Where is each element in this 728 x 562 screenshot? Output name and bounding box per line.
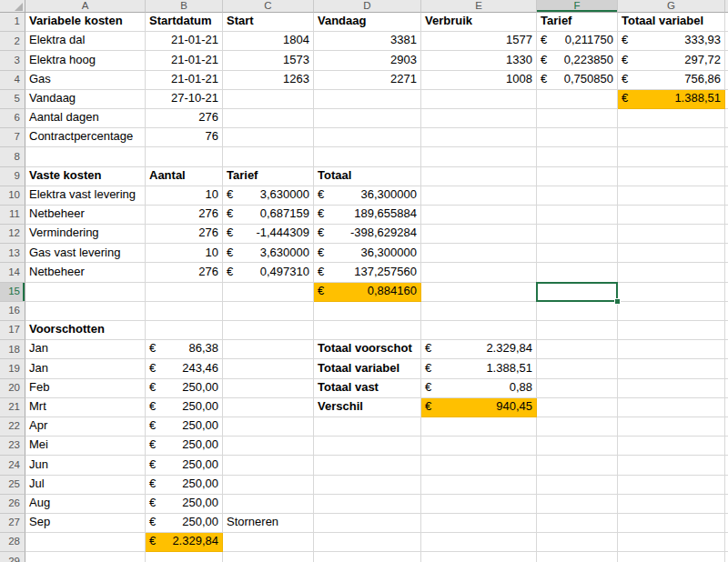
- row-header-11[interactable]: 11: [0, 206, 25, 225]
- fill-handle[interactable]: [614, 298, 621, 305]
- cell-E13[interactable]: [421, 244, 537, 263]
- row-header-15[interactable]: 15: [0, 283, 25, 302]
- cell-A26[interactable]: Aug: [25, 495, 146, 514]
- cell-E29[interactable]: [421, 552, 537, 562]
- cell-F29[interactable]: [537, 552, 618, 562]
- cell-G22[interactable]: [618, 417, 725, 437]
- cell-A28[interactable]: [25, 533, 146, 552]
- cell-F9[interactable]: [537, 167, 618, 186]
- cell-F8[interactable]: [537, 147, 618, 166]
- cell-G15[interactable]: [618, 283, 725, 302]
- cell-A17[interactable]: Voorschotten: [25, 321, 146, 340]
- cell-D3[interactable]: 2903: [314, 51, 421, 70]
- cell-D22[interactable]: [314, 417, 421, 437]
- cell-B27[interactable]: €250,00: [146, 514, 223, 533]
- cell-C20[interactable]: [223, 379, 314, 398]
- cell-F24[interactable]: [537, 456, 618, 475]
- cell-E22[interactable]: [421, 417, 537, 437]
- row-header-26[interactable]: 26: [0, 495, 25, 514]
- row-header-14[interactable]: 14: [0, 263, 25, 282]
- cell-D13[interactable]: €36,300000: [314, 244, 421, 263]
- cell-C28[interactable]: [223, 533, 314, 552]
- cell-D24[interactable]: [314, 456, 421, 475]
- row-header-8[interactable]: 8: [0, 147, 25, 166]
- cell-G16[interactable]: [618, 302, 725, 321]
- column-header-D[interactable]: D: [314, 0, 421, 13]
- cell-E17[interactable]: [421, 321, 537, 340]
- cell-A5[interactable]: Vandaag: [25, 90, 146, 109]
- cell-E18[interactable]: €2.329,84: [421, 340, 537, 359]
- cell-C14[interactable]: €0,497310: [223, 263, 314, 282]
- cell-E7[interactable]: [421, 128, 537, 147]
- cell-F18[interactable]: [537, 340, 618, 359]
- cell-C11[interactable]: €0,687159: [223, 206, 314, 225]
- cell-D12[interactable]: €-398,629284: [314, 225, 421, 244]
- cell-F5[interactable]: [537, 90, 618, 109]
- cell-C5[interactable]: [223, 90, 314, 109]
- cell-G18[interactable]: [618, 340, 725, 359]
- cell-B17[interactable]: [146, 321, 223, 340]
- cell-A1[interactable]: Variabele kosten: [25, 13, 146, 32]
- cell-D11[interactable]: €189,655884: [314, 206, 421, 225]
- row-header-10[interactable]: 10: [0, 186, 25, 206]
- cell-C29[interactable]: [223, 552, 314, 562]
- cell-A18[interactable]: Jan: [25, 340, 146, 359]
- cell-D28[interactable]: [314, 533, 421, 552]
- cell-B7[interactable]: 76: [146, 128, 223, 147]
- cell-G24[interactable]: [618, 456, 725, 475]
- cell-B9[interactable]: Aantal: [146, 167, 223, 186]
- cell-A2[interactable]: Elektra dal: [25, 32, 146, 51]
- cell-E6[interactable]: [421, 109, 537, 128]
- cell-E10[interactable]: [421, 186, 537, 206]
- cell-A23[interactable]: Mei: [25, 437, 146, 456]
- cell-D17[interactable]: [314, 321, 421, 340]
- cell-A15[interactable]: [25, 283, 146, 302]
- cell-B13[interactable]: 10: [146, 244, 223, 263]
- cell-G5[interactable]: €1.388,51: [618, 90, 725, 109]
- cell-G21[interactable]: [618, 398, 725, 417]
- cell-E9[interactable]: [421, 167, 537, 186]
- cell-D20[interactable]: Totaal vast: [314, 379, 421, 398]
- cell-B26[interactable]: €250,00: [146, 495, 223, 514]
- cell-F20[interactable]: [537, 379, 618, 398]
- cell-C27[interactable]: Storneren: [223, 514, 314, 533]
- cell-F17[interactable]: [537, 321, 618, 340]
- column-header-G[interactable]: G: [618, 0, 725, 13]
- cell-B29[interactable]: [146, 552, 223, 562]
- row-header-19[interactable]: 19: [0, 359, 25, 378]
- cell-E4[interactable]: 1008: [421, 71, 537, 90]
- cell-B21[interactable]: €250,00: [146, 398, 223, 417]
- cell-G13[interactable]: [618, 244, 725, 263]
- cell-B8[interactable]: [146, 147, 223, 166]
- cell-C22[interactable]: [223, 417, 314, 437]
- cell-D8[interactable]: [314, 147, 421, 166]
- cell-B5[interactable]: 27-10-21: [146, 90, 223, 109]
- row-header-27[interactable]: 27: [0, 514, 25, 533]
- cell-C7[interactable]: [223, 128, 314, 147]
- cell-A10[interactable]: Elektra vast levering: [25, 186, 146, 206]
- row-header-4[interactable]: 4: [0, 71, 25, 90]
- cell-G29[interactable]: [618, 552, 725, 562]
- cell-B1[interactable]: Startdatum: [146, 13, 223, 32]
- cell-A3[interactable]: Elektra hoog: [25, 51, 146, 70]
- cell-E25[interactable]: [421, 476, 537, 495]
- cell-A22[interactable]: Apr: [25, 417, 146, 437]
- row-header-6[interactable]: 6: [0, 109, 25, 128]
- cell-D10[interactable]: €36,300000: [314, 186, 421, 206]
- cell-B11[interactable]: 276: [146, 206, 223, 225]
- row-header-28[interactable]: 28: [0, 533, 25, 552]
- cell-D9[interactable]: Totaal: [314, 167, 421, 186]
- cell-A29[interactable]: [25, 552, 146, 562]
- cell-G28[interactable]: [618, 533, 725, 552]
- cell-E20[interactable]: €0,88: [421, 379, 537, 398]
- cell-G11[interactable]: [618, 206, 725, 225]
- cell-A16[interactable]: [25, 302, 146, 321]
- cell-F23[interactable]: [537, 437, 618, 456]
- cell-A11[interactable]: Netbeheer: [25, 206, 146, 225]
- cell-F19[interactable]: [537, 359, 618, 378]
- cell-A6[interactable]: Aantal dagen: [25, 109, 146, 128]
- cell-A19[interactable]: Jan: [25, 359, 146, 378]
- cell-F1[interactable]: Tarief: [537, 13, 618, 32]
- cell-C12[interactable]: €-1,444309: [223, 225, 314, 244]
- cell-C26[interactable]: [223, 495, 314, 514]
